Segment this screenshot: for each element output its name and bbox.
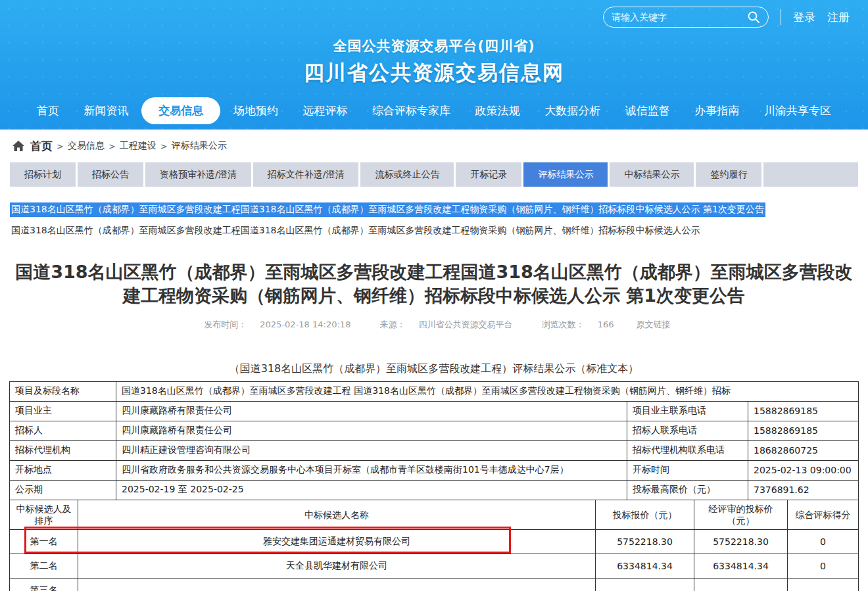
breadcrumb-item-evaluation-result[interactable]: 评标结果公示 xyxy=(172,140,227,152)
candidate-row: 第二名天全县凯华建材有限公司6334814.346334814.340 xyxy=(10,554,859,579)
table-row: 项目业主四川康藏路桥有限责任公司项目业主联系电话15882869185 xyxy=(10,401,859,421)
tab-bar-filler xyxy=(763,162,858,187)
nav-item-guide[interactable]: 办事指南 xyxy=(683,97,751,124)
info-value: 7376891.62 xyxy=(748,480,859,500)
info-value: 2025-02-19 至 2025-02-25 xyxy=(116,480,627,500)
tab-contract-performance[interactable]: 签约履行 xyxy=(696,162,761,187)
info-label: 公示期 xyxy=(10,480,116,500)
main-nav: 首页新闻资讯交易信息场地预约远程评标综合评标专家库政策法规大数据分析诚信监督办事… xyxy=(0,97,868,124)
candidate-score: 0 xyxy=(788,554,859,579)
nav-item-policies[interactable]: 政策法规 xyxy=(464,97,532,124)
nav-item-expert-pool[interactable]: 综合评标专家库 xyxy=(360,97,462,124)
candidates-header-cell: 中标候选人名称 xyxy=(78,500,596,529)
info-value: 四川精正建设管理咨询有限公司 xyxy=(116,440,627,460)
candidates-header-cell: 投标报价（元） xyxy=(596,500,694,529)
tab-prequalification-supplement[interactable]: 资格预审补遗/澄清 xyxy=(145,162,251,187)
breadcrumb: 首页>交易信息>工程建设>评标结果公示 xyxy=(0,130,868,162)
table-row: 项目及标段名称国道318名山区黑竹（成都界）至雨城区多营段改建工程 国道318名… xyxy=(10,381,859,401)
candidates-header-cell: 经评审的投标价（元） xyxy=(694,500,788,529)
nav-item-integrity[interactable]: 诚信监督 xyxy=(614,97,682,124)
info-value: 18682860725 xyxy=(748,440,859,460)
candidate-score xyxy=(788,579,859,591)
nav-item-news[interactable]: 新闻资讯 xyxy=(72,97,141,124)
candidates-table: 中标候选人及排序中标候选人名称投标报价（元）经评审的投标价（元）综合评标得分第一… xyxy=(9,500,859,591)
nav-item-remote-evaluation[interactable]: 远程评标 xyxy=(291,97,359,124)
login-link[interactable]: 登录 xyxy=(793,10,815,25)
topbar-divider xyxy=(781,9,781,25)
announcement-list: 国道318名山区黑竹（成都界）至雨城区多营段改建工程国道318名山区黑竹（成都界… xyxy=(0,187,868,238)
candidate-reviewed-price xyxy=(694,579,788,591)
info-label: 项目业主 xyxy=(10,401,116,421)
candidate-score: 0 xyxy=(788,530,859,554)
register-link[interactable]: 注册 xyxy=(827,10,850,25)
article-title: 国道318名山区黑竹（成都界）至雨城区多营段改建工程国道318名山区黑竹（成都界… xyxy=(7,260,861,308)
site-title: 四川省公共资源交易信息网 xyxy=(0,59,868,87)
info-value: 四川省政府政务服务和公共资源交易服务中心本项目开标室（成都市青羊区鼓楼南街101… xyxy=(116,460,627,480)
info-value: 15882869185 xyxy=(748,421,859,440)
candidate-price xyxy=(596,579,694,591)
nav-item-big-data[interactable]: 大数据分析 xyxy=(533,97,612,124)
nav-item-home[interactable]: 首页 xyxy=(25,97,71,124)
tab-termination-announcement[interactable]: 流标或终止公告 xyxy=(360,162,454,187)
info-label: 开标时间 xyxy=(627,460,748,480)
table-row: 招标代理机构四川精正建设管理咨询有限公司招标代理机构联系电话1868286072… xyxy=(10,440,859,460)
announcement-link[interactable]: 国道318名山区黑竹（成都界）至雨城区多营段改建工程国道318名山区黑竹（成都界… xyxy=(10,224,858,238)
info-label: 投标最高限价（元） xyxy=(627,480,748,500)
info-label: 项目及标段名称 xyxy=(10,381,116,401)
nav-item-chuanyu-zone[interactable]: 川渝共享专区 xyxy=(752,97,843,124)
tab-evaluation-result[interactable]: 评标结果公示 xyxy=(523,162,608,187)
candidate-rank: 第一名 xyxy=(10,530,78,554)
table-row: 公示期2025-02-19 至 2025-02-25投标最高限价（元）73768… xyxy=(10,480,859,500)
tab-bid-announcement[interactable]: 招标公告 xyxy=(78,162,143,187)
candidate-row: 第三名 xyxy=(10,579,859,591)
original-link[interactable]: 原文链接 xyxy=(637,319,671,329)
search-icon[interactable] xyxy=(747,11,760,24)
candidate-name: 天全县凯华建材有限公司 xyxy=(78,554,596,579)
info-value: 2025-02-13 09:00:00 xyxy=(748,460,859,480)
candidates-header-row: 中标候选人及排序中标候选人名称投标报价（元）经评审的投标价（元）综合评标得分 xyxy=(10,500,859,529)
info-value: 四川康藏路桥有限责任公司 xyxy=(116,401,627,421)
tab-bid-opening-record[interactable]: 开标记录 xyxy=(456,162,521,187)
candidate-name xyxy=(78,579,596,591)
site-header: 登录 注册 全国公共资源交易平台(四川省) 四川省公共资源交易信息网 首页新闻资… xyxy=(0,0,868,130)
tab-bar: 招标计划招标公告资格预审补遗/澄清招标文件补遗/澄清流标或终止公告开标记录评标结… xyxy=(0,162,868,187)
info-value: 15882869185 xyxy=(748,401,859,421)
source: 来源：四川省公共资源交易平台 xyxy=(374,319,519,329)
info-value: 国道318名山区黑竹（成都界）至雨城区多营段改建工程 国道318名山区黑竹（成都… xyxy=(116,381,859,401)
table-row: 招标人四川康藏路桥有限责任公司招标人联系电话15882869185 xyxy=(10,421,859,440)
nav-item-venue-booking[interactable]: 场地预约 xyxy=(222,97,290,124)
announcement-link-selected[interactable]: 国道318名山区黑竹（成都界）至雨城区多营段改建工程国道318名山区黑竹（成都界… xyxy=(10,202,765,217)
candidate-price: 6334814.34 xyxy=(596,554,694,579)
page: 登录 注册 全国公共资源交易平台(四川省) 四川省公共资源交易信息网 首页新闻资… xyxy=(0,0,868,591)
topbar: 登录 注册 xyxy=(603,7,850,28)
candidates-header-cell: 中标候选人及排序 xyxy=(10,500,78,529)
nav-item-trade-info[interactable]: 交易信息 xyxy=(141,97,220,124)
info-label: 招标人 xyxy=(10,421,116,440)
tab-award-result[interactable]: 中标结果公示 xyxy=(610,162,694,187)
info-label: 开标地点 xyxy=(10,460,116,480)
search-input[interactable] xyxy=(612,12,747,22)
tab-bid-doc-supplement[interactable]: 招标文件补遗/澄清 xyxy=(253,162,359,187)
breadcrumb-separator: > xyxy=(160,141,168,151)
candidate-price: 5752218.30 xyxy=(596,530,694,554)
candidate-reviewed-price: 5752218.30 xyxy=(694,530,788,554)
home-icon xyxy=(12,139,25,153)
info-label: 招标人联系电话 xyxy=(627,421,748,440)
candidate-rank: 第二名 xyxy=(10,554,78,579)
info-label: 招标代理机构联系电话 xyxy=(627,440,748,460)
breadcrumb-item-home[interactable]: 首页 xyxy=(30,139,53,154)
breadcrumb-item-trade-info[interactable]: 交易信息 xyxy=(68,140,105,152)
table-row: 开标地点四川省政府政务服务和公共资源交易服务中心本项目开标室（成都市青羊区鼓楼南… xyxy=(10,460,859,480)
search-box[interactable] xyxy=(603,7,769,28)
candidate-row: 第一名雅安交建集团运通建材贸易有限公司5752218.305752218.300 xyxy=(10,530,859,554)
tab-bid-plan[interactable]: 招标计划 xyxy=(10,162,76,187)
candidates-header-cell: 综合评标得分 xyxy=(788,500,859,529)
article-meta: 发布时间：2025-02-18 14:20:18 来源：四川省公共资源交易平台 … xyxy=(0,319,868,331)
candidate-reviewed-price: 6334814.34 xyxy=(694,554,788,579)
candidate-name: 雅安交建集团运通建材贸易有限公司 xyxy=(78,530,596,554)
candidate-rank: 第三名 xyxy=(10,579,78,591)
result-table-caption: （国道318名山区黑竹（成都界）至雨城区多营段改建工程）评标结果公示（标准文本） xyxy=(0,362,868,376)
info-value: 四川康藏路桥有限责任公司 xyxy=(116,421,627,440)
breadcrumb-item-construction[interactable]: 工程建设 xyxy=(120,140,157,152)
publish-time: 发布时间：2025-02-18 14:20:18 xyxy=(197,319,357,329)
